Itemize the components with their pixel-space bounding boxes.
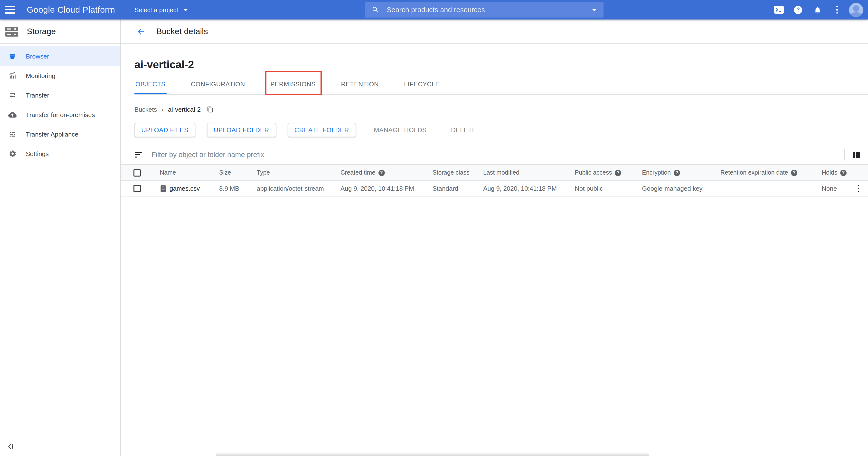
file-icon bbox=[160, 184, 166, 192]
project-selector[interactable]: Select a project bbox=[134, 6, 188, 13]
create-folder-button[interactable]: CREATE FOLDER bbox=[288, 123, 356, 137]
help-icon[interactable]: ? bbox=[791, 169, 797, 176]
breadcrumb-buckets-link[interactable]: Buckets bbox=[134, 106, 157, 113]
manage-holds-button[interactable]: MANAGE HOLDS bbox=[368, 123, 433, 137]
column-header-size: Size bbox=[219, 169, 257, 176]
chevron-right-icon: › bbox=[161, 105, 164, 113]
sidebar-item-settings[interactable]: Settings bbox=[0, 144, 120, 163]
sidebar-item-transfer-on-premises[interactable]: Transfer for on-premises bbox=[0, 105, 120, 124]
cell-type: application/octet-stream bbox=[257, 185, 340, 192]
select-all-checkbox[interactable] bbox=[133, 169, 141, 176]
sidebar-item-monitoring[interactable]: Monitoring bbox=[0, 66, 120, 85]
sidebar-item-label: Transfer Appliance bbox=[26, 131, 79, 138]
filter-icon bbox=[135, 152, 142, 158]
table-row: games.csv 8.9 MB application/octet-strea… bbox=[121, 181, 868, 197]
page-title: Bucket details bbox=[156, 27, 208, 36]
top-app-bar: Google Cloud Platform Select a project ? bbox=[0, 0, 868, 20]
row-menu-icon[interactable] bbox=[856, 183, 861, 194]
help-icon[interactable]: ? bbox=[378, 169, 384, 176]
sidebar-item-label: Transfer bbox=[26, 91, 49, 99]
bucket-icon bbox=[8, 52, 17, 60]
collapse-sidebar-button[interactable] bbox=[7, 443, 14, 452]
sidebar-item-transfer[interactable]: Transfer bbox=[0, 85, 120, 105]
filter-bar bbox=[121, 145, 868, 164]
cell-public-access: Not public bbox=[575, 185, 642, 192]
chevron-down-icon bbox=[183, 8, 188, 11]
cell-last-modified: Aug 9, 2020, 10:41:18 PM bbox=[483, 185, 575, 192]
dock-edge bbox=[216, 453, 649, 456]
column-header-encryption: Encryption ? bbox=[642, 169, 720, 176]
column-header-retention-expiration-date: Retention expiration date ? bbox=[720, 169, 822, 176]
upload-folder-button[interactable]: UPLOAD FOLDER bbox=[207, 123, 276, 137]
cell-size: 8.9 MB bbox=[219, 185, 257, 192]
column-header-type: Type bbox=[257, 169, 340, 176]
cell-created-time: Aug 9, 2020, 10:41:18 PM bbox=[340, 185, 433, 192]
global-search[interactable] bbox=[365, 2, 603, 18]
sidebar-item-transfer-appliance[interactable]: Transfer Appliance bbox=[0, 124, 120, 144]
help-icon[interactable]: ? bbox=[674, 169, 680, 176]
cell-encryption: Google-managed key bbox=[642, 185, 720, 192]
cell-holds: None bbox=[822, 185, 851, 192]
table-header: Name Size Type Created time ? Storage cl… bbox=[121, 164, 868, 181]
notifications-icon[interactable] bbox=[810, 0, 825, 20]
filter-input[interactable] bbox=[151, 150, 837, 159]
cloud-shell-icon[interactable] bbox=[771, 0, 786, 20]
delete-button[interactable]: DELETE bbox=[445, 123, 483, 137]
gear-icon bbox=[8, 150, 17, 158]
page-toolbar: Bucket details bbox=[121, 20, 868, 44]
column-header-last-modified: Last modified bbox=[483, 169, 575, 176]
sidebar: Storage Browser Monitoring bbox=[0, 20, 121, 456]
column-header-holds: Holds ? bbox=[822, 169, 851, 176]
sidebar-nav: Browser Monitoring Transfer bbox=[0, 44, 120, 163]
sidebar-item-label: Monitoring bbox=[26, 72, 55, 79]
sidebar-item-browser[interactable]: Browser bbox=[0, 46, 120, 66]
tab-configuration[interactable]: CONFIGURATION bbox=[190, 73, 246, 94]
tab-lifecycle[interactable]: LIFECYCLE bbox=[403, 73, 441, 94]
sidebar-title: Storage bbox=[27, 27, 56, 36]
sidebar-item-label: Settings bbox=[26, 150, 49, 157]
breadcrumb-current: ai-vertical-2 bbox=[168, 106, 201, 113]
tab-retention[interactable]: RETENTION bbox=[340, 73, 380, 94]
appliance-icon bbox=[8, 130, 17, 138]
gcp-logo[interactable]: Google Cloud Platform bbox=[27, 5, 115, 15]
sidebar-item-label: Browser bbox=[26, 52, 49, 60]
monitoring-icon bbox=[8, 72, 17, 80]
gcp-console: Google Cloud Platform Select a project ? bbox=[0, 0, 868, 456]
menu-icon[interactable] bbox=[0, 0, 20, 20]
storage-product-icon bbox=[5, 26, 18, 37]
topbar-actions: ? bbox=[771, 0, 863, 20]
column-selector-icon[interactable] bbox=[851, 149, 862, 160]
tab-permissions[interactable]: PERMISSIONS bbox=[269, 73, 317, 94]
avatar[interactable] bbox=[849, 3, 863, 17]
divider bbox=[844, 149, 844, 161]
tab-bar: OBJECTS CONFIGURATION PERMISSIONS RETENT… bbox=[134, 73, 868, 95]
help-icon[interactable]: ? bbox=[840, 169, 846, 176]
column-header-storage-class: Storage class bbox=[433, 169, 483, 176]
cell-storage-class: Standard bbox=[433, 185, 483, 192]
tab-permissions-label: PERMISSIONS bbox=[270, 81, 316, 88]
cell-retention-expiration-date: — bbox=[720, 185, 822, 192]
sidebar-header: Storage bbox=[0, 20, 120, 44]
help-icon[interactable]: ? bbox=[790, 0, 806, 20]
back-button[interactable] bbox=[135, 26, 147, 37]
help-icon[interactable]: ? bbox=[615, 169, 621, 176]
sidebar-item-label: Transfer for on-premises bbox=[26, 111, 95, 118]
row-checkbox[interactable] bbox=[133, 185, 141, 192]
bucket-name-title: ai-vertical-2 bbox=[134, 59, 868, 71]
more-icon[interactable] bbox=[830, 0, 845, 20]
column-header-created-time: Created time ? bbox=[340, 169, 433, 176]
action-bar: UPLOAD FILES UPLOAD FOLDER CREATE FOLDER… bbox=[134, 123, 868, 137]
search-icon bbox=[372, 6, 379, 13]
column-header-public-access: Public access ? bbox=[575, 169, 642, 176]
main-content: Bucket details ai-vertical-2 OBJECTS CON… bbox=[121, 20, 868, 456]
object-name-link[interactable]: games.csv bbox=[169, 185, 200, 192]
upload-files-button[interactable]: UPLOAD FILES bbox=[134, 123, 195, 137]
tab-objects[interactable]: OBJECTS bbox=[134, 73, 166, 94]
cloud-upload-icon bbox=[8, 111, 17, 119]
copy-icon[interactable] bbox=[207, 106, 213, 113]
breadcrumb: Buckets › ai-vertical-2 bbox=[134, 105, 868, 113]
project-selector-label: Select a project bbox=[134, 6, 178, 13]
column-header-name: Name bbox=[160, 169, 219, 176]
search-dropdown-icon[interactable] bbox=[592, 8, 597, 11]
search-input[interactable] bbox=[386, 5, 586, 14]
